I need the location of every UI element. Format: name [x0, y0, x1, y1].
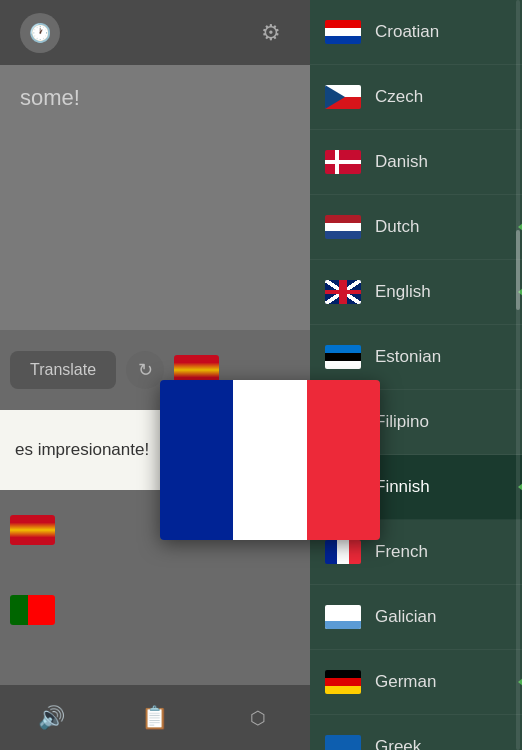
lang-label-greek: Greek	[375, 737, 507, 750]
flag-dutch	[325, 215, 361, 239]
scrollbar[interactable]	[516, 0, 520, 750]
lang-label-croatian: Croatian	[375, 22, 507, 42]
flag-galician	[325, 605, 361, 629]
history-icon: 🕐	[29, 22, 51, 44]
lang-label-german: German	[375, 672, 507, 692]
lang-label-danish: Danish	[375, 152, 507, 172]
french-flag-large	[160, 380, 380, 540]
speaker-button[interactable]: 🔊	[32, 698, 72, 738]
share-icon: ⬡	[250, 707, 266, 729]
spain-flag-2	[10, 515, 55, 545]
top-bar: 🕐 ⚙	[0, 0, 310, 65]
flag-estonian	[325, 345, 361, 369]
lang-item-dutch[interactable]: Dutch	[310, 195, 522, 260]
refresh-button[interactable]: ↻	[126, 351, 164, 389]
french-flag-red	[307, 380, 380, 540]
lang-item-danish[interactable]: Danish	[310, 130, 522, 195]
french-flag-blue	[160, 380, 233, 540]
lang-label-filipino: Filipino	[375, 412, 507, 432]
lang-item-german[interactable]: German	[310, 650, 522, 715]
history-button[interactable]: 🕐	[20, 13, 60, 53]
lang-item-greek[interactable]: Greek	[310, 715, 522, 750]
speaker-icon: 🔊	[38, 705, 65, 731]
translate-row-3	[0, 570, 310, 650]
language-panel: Croatian Czech Danish Dutch English Esto…	[310, 0, 522, 750]
lang-item-galician[interactable]: Galician	[310, 585, 522, 650]
lang-item-croatian[interactable]: Croatian	[310, 0, 522, 65]
share-button[interactable]: ⬡	[238, 698, 278, 738]
flag-czech	[325, 85, 361, 109]
lang-item-english[interactable]: English	[310, 260, 522, 325]
flag-english	[325, 280, 361, 304]
lang-label-estonian: Estonian	[375, 347, 507, 367]
translate-button[interactable]: Translate	[10, 351, 116, 389]
lang-label-french: French	[375, 542, 507, 562]
flag-french	[325, 540, 361, 564]
scrollbar-thumb	[516, 230, 520, 310]
lang-item-czech[interactable]: Czech	[310, 65, 522, 130]
bottom-bar: 🔊 📋 ⬡	[0, 685, 310, 750]
output-text: es impresionante!	[15, 440, 149, 460]
flag-denmark	[325, 150, 361, 174]
flag-german	[325, 670, 361, 694]
lang-label-czech: Czech	[375, 87, 507, 107]
copy-icon: 📋	[141, 705, 168, 731]
copy-button[interactable]: 📋	[135, 698, 175, 738]
gear-icon: ⚙	[261, 20, 281, 46]
french-flag-white	[233, 380, 306, 540]
partial-text: some!	[20, 85, 80, 110]
flag-greek	[325, 735, 361, 750]
flag-croatia	[325, 20, 361, 44]
main-content: some!	[0, 65, 310, 365]
refresh-icon: ↻	[138, 359, 153, 381]
lang-label-english: English	[375, 282, 507, 302]
lang-label-galician: Galician	[375, 607, 507, 627]
portugal-flag	[10, 595, 55, 625]
lang-label-dutch: Dutch	[375, 217, 507, 237]
lang-label-finnish: Finnish	[375, 477, 507, 497]
settings-button[interactable]: ⚙	[252, 14, 290, 52]
